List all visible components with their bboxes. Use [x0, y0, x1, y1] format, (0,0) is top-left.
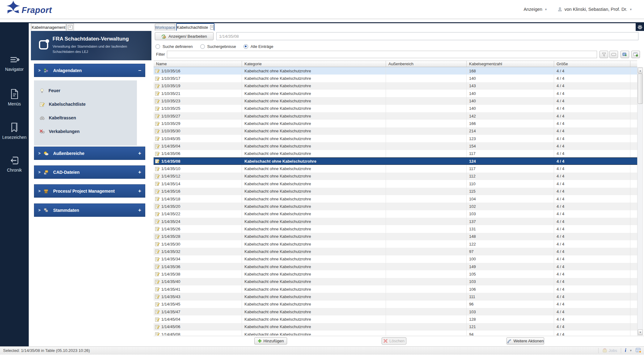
- table-row[interactable]: 1/10/35/16 Kabelschacht ohne Kabelschutz…: [154, 67, 637, 75]
- menu-item-kabelschachtliste[interactable]: Kabelschachtliste: [34, 99, 137, 109]
- table-row[interactable]: 1/14/35/41 Kabelschacht ohne Kabelschutz…: [154, 285, 637, 293]
- scroll-down-button[interactable]: ▼: [638, 329, 643, 335]
- chevron-down-icon[interactable]: ▾: [630, 8, 632, 11]
- column-header-aussenbereich[interactable]: Außenbereich: [386, 61, 467, 67]
- table-row[interactable]: 1/14/35/32 Kabelschacht ohne Kabelschutz…: [154, 248, 637, 255]
- table-row[interactable]: 1/14/35/43 Kabelschacht ohne Kabelschutz…: [154, 293, 637, 300]
- rail-item-navigator[interactable]: Navigator: [0, 56, 29, 72]
- tab-kabelmanagement[interactable]: Kabelmanagement: [31, 24, 66, 31]
- anzeigen-bearbeiten-button[interactable]: Anzeigen/ Bearbeiten: [155, 32, 214, 40]
- cell-name: 1/14/35/16: [161, 189, 180, 194]
- table-row[interactable]: 1/10/35/21 Kabelschacht ohne Kabelschutz…: [154, 90, 637, 97]
- table-row[interactable]: 1/14/35/36 Kabelschacht ohne Kabelschutz…: [154, 263, 637, 270]
- open-in-window-button[interactable]: [631, 51, 640, 58]
- jobs-button[interactable]: Jobs: [602, 348, 617, 353]
- table-row[interactable]: 1/14/35/40 Kabelschacht ohne Kabelschutz…: [154, 278, 637, 285]
- column-header-name[interactable]: Name: [154, 61, 242, 67]
- table-row[interactable]: 1/14/35/26 Kabelschacht ohne Kabelschutz…: [154, 225, 637, 233]
- column-header-kategorie[interactable]: Kategorie: [242, 61, 386, 67]
- scrollbar-thumb[interactable]: [638, 74, 643, 104]
- loeschen-button[interactable]: Löschen: [382, 337, 406, 344]
- scroll-up-button[interactable]: ▲: [638, 68, 643, 73]
- expand-icon[interactable]: +: [138, 169, 141, 175]
- expand-icon[interactable]: +: [138, 150, 141, 156]
- accordion-aussenbereiche[interactable]: > Außenbereiche +: [34, 147, 145, 160]
- table-row[interactable]: 1/14/45/08 Kabelschacht ohne Kabelschutz…: [154, 331, 637, 336]
- table-row[interactable]: 1/14/35/18 Kabelschacht ohne Kabelschutz…: [154, 195, 637, 203]
- cell-groesse: 4 / 4: [557, 249, 564, 254]
- tab-kabelschachtliste[interactable]: Kabelschachtliste ×: [176, 23, 214, 31]
- table-row[interactable]: 1/10/35/19 Kabelschacht ohne Kabelschutz…: [154, 82, 637, 90]
- close-icon[interactable]: ×: [210, 25, 214, 30]
- column-config-button[interactable]: [609, 51, 618, 58]
- table-row[interactable]: 1/10/35/30 Kabelschacht ohne Kabelschutz…: [154, 127, 637, 135]
- accordion-anlagendaten[interactable]: > Anlagendaten –: [34, 64, 145, 77]
- collapse-icon[interactable]: –: [138, 67, 141, 74]
- accordion-cad-dateien[interactable]: > CAD-Dateien +: [34, 165, 145, 179]
- cell-kategorie: Kabelschacht ohne Kabelschutzrohre: [244, 234, 311, 239]
- table-view-icon[interactable]: [635, 348, 642, 353]
- table-row[interactable]: 1/10/35/23 Kabelschacht ohne Kabelschutz…: [154, 97, 637, 105]
- rail-item-menus[interactable]: Menüs: [0, 88, 29, 106]
- table-row[interactable]: 1/10/45/35 Kabelschacht ohne Kabelschutz…: [154, 135, 637, 142]
- table-row[interactable]: 1/14/35/30 Kabelschacht ohne Kabelschutz…: [154, 240, 637, 248]
- table-row[interactable]: 1/14/35/22 Kabelschacht ohne Kabelschutz…: [154, 210, 637, 218]
- record-search-input[interactable]: [216, 32, 638, 40]
- radio-suchergebnisse[interactable]: Suchergebnisse: [200, 44, 236, 49]
- tab-workspace[interactable]: Workspace: [155, 24, 175, 31]
- table-row[interactable]: 1/14/35/28 Kabelschacht ohne Kabelschutz…: [154, 233, 637, 240]
- table-row[interactable]: 1/14/35/12 Kabelschacht ohne Kabelschutz…: [154, 173, 637, 180]
- chevron-down-icon[interactable]: ▾: [630, 349, 632, 352]
- cell-kategorie: Kabelschacht ohne Kabelschutzrohre: [244, 174, 311, 178]
- table-row[interactable]: 1/14/35/14 Kabelschacht ohne Kabelschutz…: [154, 180, 637, 187]
- filter-input[interactable]: [167, 51, 597, 58]
- rail-item-chronik[interactable]: Chronik: [0, 155, 29, 173]
- cell-kabelsegmentzahl: 124: [469, 159, 476, 164]
- export-button[interactable]: [621, 51, 629, 58]
- accordion-stammdaten[interactable]: > Stammdaten +: [34, 203, 145, 217]
- table-row[interactable]: 1/10/35/27 Kabelschacht ohne Kabelschutz…: [154, 112, 637, 120]
- table-row[interactable]: 1/14/35/20 Kabelschacht ohne Kabelschutz…: [154, 203, 637, 210]
- table-row[interactable]: 1/10/35/29 Kabelschacht ohne Kabelschutz…: [154, 120, 637, 127]
- filter-funnel-button[interactable]: [600, 51, 608, 58]
- cell-groesse: 4 / 4: [557, 76, 564, 81]
- column-header-groesse[interactable]: Größe: [554, 61, 630, 67]
- column-header-kabelsegmentzahl[interactable]: Kabelsegmentzahl: [467, 61, 554, 67]
- radio-suche-definieren[interactable]: Suche definieren: [155, 44, 193, 49]
- chevron-down-icon[interactable]: ▾: [545, 8, 547, 11]
- table-row[interactable]: 1/14/45/04 Kabelschacht ohne Kabelschutz…: [154, 315, 637, 323]
- menu-item-kabeltrassen[interactable]: Kabeltrassen: [34, 113, 137, 123]
- rail-item-lesezeichen[interactable]: Lesezeichen: [0, 122, 29, 140]
- table-row[interactable]: 1/14/35/24 Kabelschacht ohne Kabelschutz…: [154, 218, 637, 225]
- note-edit-icon: [155, 279, 160, 284]
- expand-icon[interactable]: +: [138, 207, 141, 213]
- table-row[interactable]: 1/14/35/08 Kabelschacht ohne Kabelschutz…: [154, 157, 637, 165]
- table-row[interactable]: 1/14/35/06 Kabelschacht ohne Kabelschutz…: [154, 150, 637, 157]
- tab-kabelmanagement-close[interactable]: ×: [66, 24, 74, 31]
- settings-gear-button[interactable]: [636, 23, 644, 31]
- user-menu[interactable]: von Klinski, Sebastian, Prof. Dr.: [557, 7, 627, 12]
- table-row[interactable]: 1/14/35/38 Kabelschacht ohne Kabelschutz…: [154, 270, 637, 278]
- table-row[interactable]: 1/14/45/06 Kabelschacht ohne Kabelschutz…: [154, 323, 637, 331]
- radio-alle-eintraege[interactable]: Alle Einträge: [244, 44, 273, 49]
- info-button[interactable]: i: [625, 348, 626, 353]
- table-row[interactable]: 1/14/35/04 Kabelschacht ohne Kabelschutz…: [154, 142, 637, 150]
- anzeigen-menu[interactable]: Anzeigen: [523, 7, 542, 12]
- table-row[interactable]: 1/10/35/25 Kabelschacht ohne Kabelschutz…: [154, 105, 637, 112]
- table-row[interactable]: 1/14/35/10 Kabelschacht ohne Kabelschutz…: [154, 165, 637, 172]
- expand-icon[interactable]: +: [138, 188, 141, 194]
- table-row[interactable]: 1/14/35/47 Kabelschacht ohne Kabelschutz…: [154, 308, 637, 315]
- menu-item-feuer[interactable]: Feuer: [34, 85, 137, 96]
- cell-groesse: 4 / 4: [557, 197, 564, 201]
- table-row[interactable]: 1/10/35/17 Kabelschacht ohne Kabelschutz…: [154, 75, 637, 82]
- menu-item-verkabelungen[interactable]: Verkabelungen: [34, 126, 137, 137]
- rail-item-label: Navigator: [0, 67, 29, 72]
- weitere-aktionen-button[interactable]: Weitere Aktionen: [506, 337, 544, 344]
- table-row[interactable]: 1/14/35/16 Kabelschacht ohne Kabelschutz…: [154, 188, 637, 195]
- table-row[interactable]: 1/14/35/45 Kabelschacht ohne Kabelschutz…: [154, 301, 637, 308]
- hinzufuegen-button[interactable]: Hinzufügen: [254, 337, 287, 344]
- table-scrollbar[interactable]: ▲ ▼: [637, 67, 643, 336]
- table-row[interactable]: 1/14/35/34 Kabelschacht ohne Kabelschutz…: [154, 255, 637, 263]
- cell-groesse: 4 / 4: [557, 99, 564, 103]
- accordion-process-project-management[interactable]: > Process/ Project Management +: [34, 184, 145, 198]
